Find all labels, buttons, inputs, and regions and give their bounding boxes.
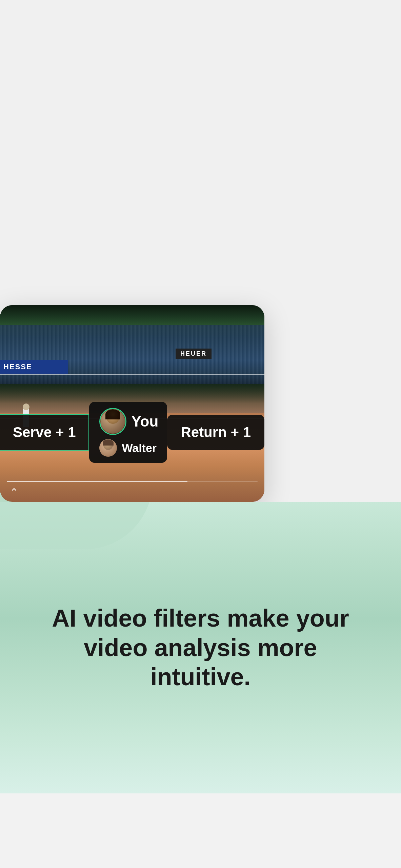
chevron-up-area[interactable]: ⌃ [0, 487, 264, 498]
phone-card: HESSE HEUER Serve + 1 [0, 305, 264, 502]
heuer-text: HEUER [180, 350, 207, 357]
phone-card-area: HESSE HEUER Serve + 1 [0, 305, 401, 502]
avatar-you-inner [101, 409, 125, 434]
serve-panel[interactable]: Serve + 1 [0, 414, 89, 451]
avatar-walter [99, 439, 117, 457]
player-you-row: You [99, 408, 158, 435]
return-panel[interactable]: Return + 1 [167, 415, 264, 450]
hesse-text: HESSE [3, 362, 32, 371]
hesse-banner: HESSE [0, 360, 68, 374]
avatar-you [99, 408, 126, 435]
phone-wrapper: HESSE HEUER Serve + 1 [0, 305, 401, 502]
top-section [0, 0, 401, 305]
player-walter-row: Walter [99, 439, 157, 457]
walter-name-label: Walter [122, 441, 157, 455]
you-name-label: You [131, 413, 158, 430]
progress-bar-fill [7, 481, 187, 482]
players-panel: You Walter [89, 402, 167, 463]
overlay-panels: Serve + 1 You Walter [0, 402, 264, 463]
progress-bar-background [7, 481, 258, 482]
bottom-section: AI video filters make your video analysi… [0, 502, 401, 793]
court-net [0, 374, 264, 375]
heuer-banner: HEUER [176, 349, 212, 359]
return-label: Return + 1 [181, 424, 251, 440]
serve-label: Serve + 1 [13, 424, 76, 440]
chevron-up-icon[interactable]: ⌃ [9, 487, 19, 498]
progress-area [0, 481, 264, 482]
headline-text: AI video filters make your video analysi… [48, 604, 353, 691]
